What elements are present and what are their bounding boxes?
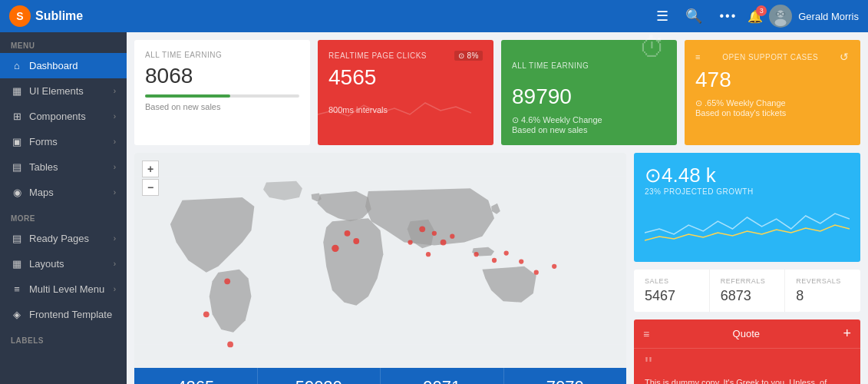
svg-point-2 (775, 19, 787, 26)
stat-card-realtime-clicks: REALTIME PAGE CLICKS ⊙ 8% 4565 800ms int… (318, 40, 493, 145)
quote-text: This is dummy copy. It's Greek to you. U… (645, 376, 850, 384)
growth-sub: 23% PROJECTED GROWTH (645, 187, 850, 196)
world-map (134, 153, 626, 368)
user-name[interactable]: Gerald Morris (798, 11, 859, 22)
svg-point-22 (203, 311, 210, 317)
sidebar-label-dashboard: Dashboard (29, 60, 116, 71)
stat-value: 89790 (512, 84, 666, 109)
growth-value: ⊙4.48 k (645, 164, 850, 187)
sidebar-label-ready-pages: Ready Pages (29, 233, 107, 244)
stat-sub: Based on today's tickets (695, 108, 850, 118)
stats-label-referrals: REFERRALS (721, 277, 774, 285)
stats-item-sales: SALES 5467 (634, 270, 710, 312)
stat-sub: Based on new sales (145, 102, 299, 111)
map-controls: + − (142, 161, 159, 196)
user-avatar[interactable] (769, 5, 792, 28)
chevron-right-icon: › (114, 112, 116, 121)
more-section-label: MORE (0, 205, 127, 226)
map-zoom-out[interactable]: − (142, 179, 159, 196)
menu-icon-card: ≡ (695, 52, 701, 61)
svg-point-16 (492, 258, 497, 263)
stat-value: 8068 (145, 64, 299, 88)
stat-cards-row: ALL TIME EARNING 8068 Based on new sales… (127, 32, 868, 153)
forms-icon: ▣ (11, 136, 23, 147)
stats-row-card: SALES 5467 REFERRALS 6873 REVERSALS 8 (634, 270, 860, 312)
stat-label: ≡ OPEN SUPPORT CASES ↺ (695, 51, 850, 63)
stat-value: 478 (695, 68, 850, 92)
map-stat-1: 4265 (134, 368, 258, 384)
chevron-right-icon: › (114, 87, 116, 95)
sidebar-item-dashboard[interactable]: ⌂ Dashboard (0, 53, 127, 78)
map-stat-2: 59020 (258, 368, 381, 384)
svg-point-11 (432, 231, 437, 236)
svg-point-19 (552, 264, 556, 269)
quote-add-button[interactable]: + (843, 326, 851, 342)
components-icon: ⊞ (11, 111, 23, 122)
growth-card: ⊙4.48 k 23% PROJECTED GROWTH (634, 153, 860, 262)
map-stats-row: 4265 59020 9071 7070 (134, 368, 626, 384)
svg-point-15 (474, 252, 478, 257)
search-icon[interactable]: 🔍 (681, 5, 707, 28)
svg-point-20 (534, 270, 539, 275)
right-column: ⊙4.48 k 23% PROJECTED GROWTH SALES 5467 (634, 153, 860, 384)
stats-label-reversals: REVERSALS (796, 277, 850, 285)
timer-icon: ⏱ (639, 32, 667, 64)
sidebar-item-forms[interactable]: ▣ Forms › (0, 129, 127, 154)
sidebar-item-ready-pages[interactable]: ▤ Ready Pages › (0, 226, 127, 251)
sidebar-label-maps: Maps (29, 187, 107, 198)
refresh-icon[interactable]: ↺ (840, 51, 850, 63)
menu-section-label: MENU (0, 32, 127, 53)
frontend-template-icon: ◈ (11, 309, 23, 320)
sidebar-label-components: Components (29, 111, 107, 122)
stat-card-all-time-earning-2: ALL TIME EARNING ⏱ 89790 ⊙ 4.6% Weekly C… (501, 40, 677, 145)
notification-bell[interactable]: 🔔 3 (748, 9, 763, 24)
sidebar-item-components[interactable]: ⊞ Components › (0, 104, 127, 129)
stat-sub: Based on new sales (512, 125, 666, 134)
stat-value: 4565 (328, 65, 483, 90)
ready-pages-icon: ▤ (11, 233, 23, 244)
layouts-icon: ▦ (11, 258, 23, 270)
more-icon[interactable]: ••• (715, 6, 741, 26)
svg-point-17 (504, 250, 509, 255)
hamburger-icon[interactable]: ☰ (652, 5, 673, 28)
stats-value-reversals: 8 (796, 288, 850, 304)
svg-point-21 (227, 342, 233, 348)
svg-point-23 (224, 278, 230, 284)
stats-value-sales: 5467 (645, 288, 698, 304)
stat-progress-bar (145, 94, 299, 98)
stats-item-referrals: REFERRALS 6873 (710, 270, 786, 312)
ui-elements-icon: ▦ (11, 85, 23, 97)
sidebar-label-multi-level-menu: Multi Level Menu (29, 283, 107, 295)
sidebar-item-multi-level-menu[interactable]: ≡ Multi Level Menu › (0, 276, 127, 302)
sidebar-item-ui-elements[interactable]: ▦ UI Elements › (0, 78, 127, 104)
map-section: + − (134, 153, 626, 384)
map-stat-3: 9071 (381, 368, 504, 384)
map-stat-value-2: 59020 (270, 377, 368, 384)
stat-progress-fill (145, 94, 230, 98)
sidebar-item-layouts[interactable]: ▦ Layouts › (0, 251, 127, 276)
maps-icon: ◉ (11, 187, 23, 198)
svg-point-8 (345, 230, 351, 237)
sidebar-label-layouts: Layouts (29, 258, 107, 270)
svg-point-12 (441, 240, 447, 246)
sidebar-label-forms: Forms (29, 136, 107, 147)
svg-point-7 (332, 245, 338, 252)
map-zoom-in[interactable]: + (142, 161, 159, 177)
sidebar-item-frontend-template[interactable]: ◈ Frontend Template (0, 302, 127, 327)
tables-icon: ▤ (11, 161, 23, 173)
stat-label: REALTIME PAGE CLICKS ⊙ 8% (328, 51, 483, 61)
content-row: + − (127, 153, 868, 384)
stats-value-referrals: 6873 (721, 288, 774, 304)
quote-header: ≡ Quote + (634, 319, 860, 349)
content-area: ALL TIME EARNING 8068 Based on new sales… (127, 32, 868, 384)
quote-mark: " (645, 356, 850, 373)
map-stat-value-4: 7070 (517, 377, 615, 384)
stat-change: ⊙ .65% Weekly Change (695, 98, 850, 108)
navbar-icons: ••• 🔔 3 Gerald Morris (715, 5, 859, 28)
sidebar: MENU ⌂ Dashboard ▦ UI Elements › ⊞ Compo… (0, 32, 127, 384)
svg-point-9 (353, 238, 359, 244)
sidebar-item-maps[interactable]: ◉ Maps › (0, 180, 127, 205)
chevron-right-icon: › (114, 163, 116, 171)
sidebar-item-tables[interactable]: ▤ Tables › (0, 154, 127, 180)
sparkline-chart (318, 99, 471, 122)
